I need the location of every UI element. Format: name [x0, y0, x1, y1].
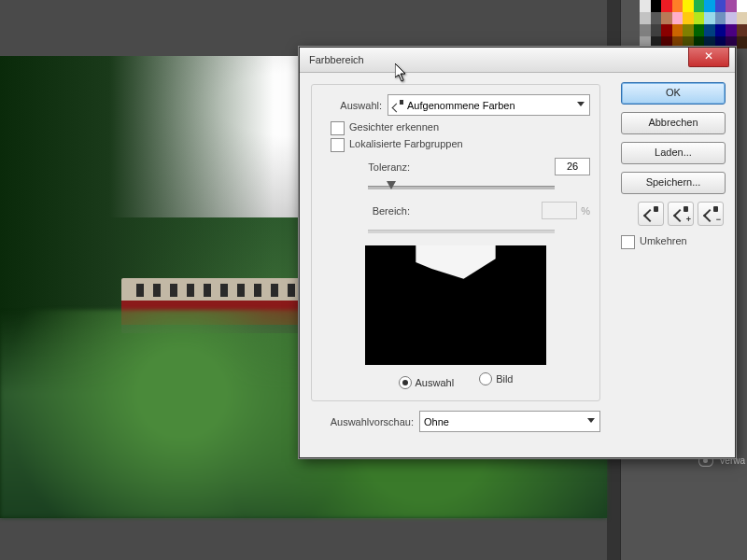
auswahl-dropdown[interactable]: Aufgenommene Farben: [388, 94, 590, 116]
swatch[interactable]: [672, 12, 684, 24]
swatch[interactable]: [737, 12, 748, 24]
eyedropper-subtract-tool[interactable]: −: [698, 202, 724, 226]
radio-off-icon: [479, 372, 492, 385]
swatch[interactable]: [715, 24, 726, 36]
detect-faces-checkbox[interactable]: Gesichter erkennen: [331, 121, 590, 135]
swatch[interactable]: [640, 12, 651, 24]
cancel-button[interactable]: Abbrechen: [621, 112, 726, 134]
localized-groups-checkbox[interactable]: Lokalisierte Farbgruppen: [331, 138, 590, 152]
radio-on-icon: [399, 376, 412, 389]
swatch[interactable]: [715, 0, 726, 12]
ok-button[interactable]: OK: [621, 82, 726, 105]
range-label: Bereich:: [321, 205, 419, 217]
swatch[interactable]: [715, 12, 726, 24]
close-button[interactable]: ✕: [688, 48, 729, 67]
swatch[interactable]: [683, 24, 694, 36]
color-swatches-panel[interactable]: [640, 0, 747, 49]
chevron-down-icon: [587, 418, 595, 423]
range-input: [542, 202, 577, 219]
swatch[interactable]: [694, 24, 705, 36]
tolerance-input[interactable]: 26: [555, 158, 590, 175]
swatch[interactable]: [726, 12, 737, 24]
swatch[interactable]: [704, 12, 715, 24]
selection-preview[interactable]: [365, 245, 546, 365]
checkbox-icon: [331, 138, 345, 152]
dialog-titlebar[interactable]: Farbbereich ✕: [300, 48, 735, 73]
range-slider: [368, 225, 555, 238]
invert-checkbox[interactable]: Umkehren: [621, 235, 724, 249]
checkbox-icon: [621, 235, 635, 249]
swatch[interactable]: [683, 0, 694, 12]
swatch[interactable]: [726, 24, 737, 36]
swatch[interactable]: [640, 0, 651, 12]
swatch[interactable]: [672, 24, 684, 36]
eyedropper-add-tool[interactable]: +: [668, 202, 694, 226]
swatch[interactable]: [694, 0, 705, 12]
swatch[interactable]: [661, 12, 672, 24]
dialog-title: Farbbereich: [309, 54, 364, 65]
swatch[interactable]: [661, 24, 672, 36]
preview-mode-dropdown[interactable]: Ohne: [419, 411, 600, 432]
swatch[interactable]: [683, 12, 694, 24]
swatch[interactable]: [661, 0, 672, 12]
swatch[interactable]: [694, 12, 705, 24]
options-group: Auswahl: Aufgenommene Farben Gesichter e…: [311, 84, 600, 401]
swatch[interactable]: [737, 0, 748, 12]
swatch[interactable]: [737, 24, 748, 36]
color-range-dialog: Farbbereich ✕ Auswahl: Aufgenommene Farb…: [299, 47, 736, 458]
swatch[interactable]: [704, 24, 715, 36]
tolerance-label: Toleranz:: [321, 161, 419, 173]
load-button[interactable]: Laden...: [621, 142, 726, 164]
chevron-down-icon: [577, 102, 585, 106]
eyedropper-icon: [392, 100, 403, 111]
tolerance-slider[interactable]: [368, 181, 555, 194]
swatch[interactable]: [640, 24, 651, 36]
checkbox-icon: [331, 121, 345, 135]
swatch[interactable]: [651, 0, 662, 12]
auswahl-label: Auswahl:: [321, 100, 382, 111]
swatch[interactable]: [737, 36, 748, 49]
swatch[interactable]: [651, 12, 662, 24]
swatch[interactable]: [672, 0, 684, 12]
swatch[interactable]: [726, 0, 737, 12]
swatch[interactable]: [704, 0, 715, 12]
eyedropper-tool[interactable]: [638, 202, 664, 226]
preview-mode-label: Auswahlvorschau:: [311, 416, 414, 427]
radio-bild[interactable]: Bild: [479, 372, 513, 385]
save-button[interactable]: Speichern...: [621, 172, 726, 194]
swatch[interactable]: [651, 24, 662, 36]
radio-auswahl[interactable]: Auswahl: [399, 376, 455, 389]
